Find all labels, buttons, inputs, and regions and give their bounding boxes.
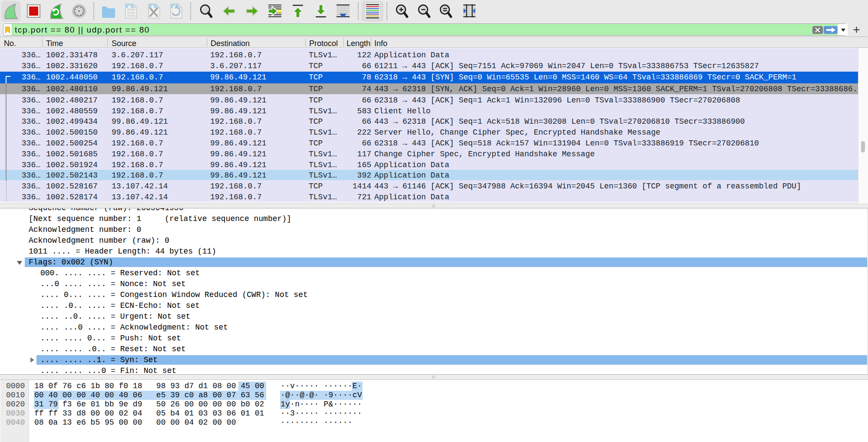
- svg-text:01110: 01110: [127, 14, 135, 17]
- svg-text:0110: 0110: [173, 14, 179, 17]
- svg-text:01101: 01101: [127, 11, 135, 14]
- svg-text:01010: 01010: [127, 8, 135, 11]
